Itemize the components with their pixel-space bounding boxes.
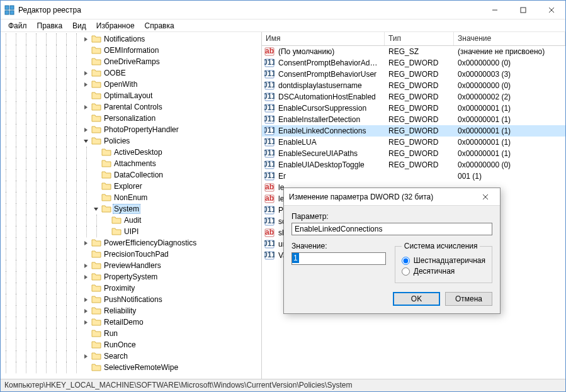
tree-toggle-icon[interactable] bbox=[81, 104, 90, 110]
tree-item[interactable]: PrecisionTouchPad bbox=[1, 249, 261, 260]
tree-item[interactable]: PropertySystem bbox=[1, 271, 261, 283]
tree-item[interactable]: DataCollection bbox=[1, 169, 261, 181]
tree-item[interactable]: Attachments bbox=[1, 158, 261, 169]
value-input[interactable]: 1 bbox=[291, 252, 386, 265]
dialog-close-button[interactable] bbox=[476, 189, 495, 205]
tree-item[interactable]: Run bbox=[1, 328, 261, 339]
tree-item[interactable]: Parental Controls bbox=[1, 101, 261, 113]
radix-dec-radio[interactable] bbox=[402, 267, 410, 276]
value-name: ConsentPromptBehaviorUser bbox=[275, 70, 385, 79]
tree-item[interactable]: Notifications bbox=[1, 33, 261, 45]
tree-toggle-icon[interactable] bbox=[81, 70, 90, 76]
tree-item[interactable]: RetailDemo bbox=[1, 316, 261, 328]
list-row[interactable]: 011EnableInstallerDetectionREG_DWORD0x00… bbox=[262, 114, 565, 125]
menu-view[interactable]: Вид bbox=[67, 20, 91, 31]
close-button[interactable] bbox=[537, 1, 565, 19]
svg-text:011: 011 bbox=[264, 81, 275, 89]
tree-item[interactable]: OneDriveRamps bbox=[1, 56, 261, 67]
dialog-title: Изменение параметра DWORD (32 бита) bbox=[289, 193, 476, 201]
tree-toggle-icon[interactable] bbox=[81, 138, 90, 144]
tree-item[interactable]: ActiveDesktop bbox=[1, 147, 261, 158]
menubar: Файл Правка Вид Избранное Справка bbox=[1, 20, 565, 32]
menu-help[interactable]: Справка bbox=[140, 20, 179, 31]
list-row[interactable]: ab(По умолчанию)REG_SZ(значение не присв… bbox=[262, 46, 565, 57]
tree-item-label: OEMInformation bbox=[103, 46, 160, 55]
radix-hex-label: Шестнадцатеричная bbox=[414, 256, 485, 265]
list-row[interactable]: 011EnableLUAREG_DWORD0x00000001 (1) bbox=[262, 137, 565, 148]
tree-item-label: NonEnum bbox=[113, 193, 149, 202]
tree-toggle-icon[interactable] bbox=[81, 82, 90, 87]
tree-pane[interactable]: NotificationsOEMInformationOneDriveRamps… bbox=[1, 32, 262, 379]
tree-toggle-icon[interactable] bbox=[81, 36, 90, 42]
tree-item[interactable]: RunOnce bbox=[1, 339, 261, 350]
tree-toggle-icon[interactable] bbox=[81, 127, 90, 133]
column-value[interactable]: Значение bbox=[454, 32, 565, 45]
tree-item-label: Audit bbox=[123, 216, 142, 225]
cancel-button[interactable]: Отмена bbox=[445, 292, 492, 306]
tree-item[interactable]: SelectiveRemoteWipe bbox=[1, 362, 261, 373]
list-row[interactable]: 011dontdisplaylastusernameREG_DWORD0x000… bbox=[262, 80, 565, 91]
tree-item[interactable]: OptimalLayout bbox=[1, 90, 261, 101]
dialog-titlebar[interactable]: Изменение параметра DWORD (32 бита) bbox=[284, 188, 500, 206]
svg-text:011: 011 bbox=[264, 171, 275, 180]
tree-item[interactable]: Audit bbox=[1, 215, 261, 226]
tree-item[interactable]: NonEnum bbox=[1, 192, 261, 203]
tree-item[interactable]: Personalization bbox=[1, 113, 261, 124]
menu-favorites[interactable]: Избранное bbox=[91, 20, 140, 31]
menu-edit[interactable]: Правка bbox=[32, 20, 68, 31]
tree-item[interactable]: Proximity bbox=[1, 283, 261, 294]
radix-hex-row[interactable]: Шестнадцатеричная bbox=[402, 256, 485, 265]
tree-item[interactable]: OOBE bbox=[1, 67, 261, 79]
tree-toggle-icon[interactable] bbox=[81, 354, 90, 359]
param-input[interactable] bbox=[291, 223, 492, 235]
svg-text:011: 011 bbox=[264, 148, 275, 157]
tree-item[interactable]: PushNotifications bbox=[1, 294, 261, 305]
tree-item[interactable]: OEMInformation bbox=[1, 45, 261, 56]
tree-toggle-icon[interactable] bbox=[81, 274, 90, 280]
tree-item-label: OneDriveRamps bbox=[103, 57, 161, 66]
tree-item[interactable]: System bbox=[1, 203, 261, 215]
tree-item[interactable]: Search bbox=[1, 350, 261, 362]
tree-item[interactable]: UIPI bbox=[1, 226, 261, 237]
list-row[interactable]: 011ConsentPromptBehaviorAdminREG_DWORD0x… bbox=[262, 57, 565, 69]
minimize-button[interactable] bbox=[480, 1, 509, 19]
list-row[interactable]: 011EnableUIADesktopToggleREG_DWORD0x0000… bbox=[262, 159, 565, 171]
radix-hex-radio[interactable] bbox=[402, 257, 410, 265]
value-name: EnableLUA bbox=[275, 138, 385, 147]
radix-dec-row[interactable]: Десятичная bbox=[402, 267, 485, 276]
list-row[interactable]: 011DSCAutomationHostEnabledREG_DWORD0x00… bbox=[262, 91, 565, 103]
tree-item[interactable]: Policies bbox=[1, 135, 261, 147]
tree-item-label: Reliability bbox=[103, 306, 137, 315]
value-name: EnableLinkedConnections bbox=[275, 126, 385, 135]
tree-toggle-icon[interactable] bbox=[91, 206, 100, 212]
tree-item[interactable]: PhotoPropertyHandler bbox=[1, 124, 261, 135]
tree-item-label: PhotoPropertyHandler bbox=[103, 125, 180, 134]
column-type[interactable]: Тип bbox=[385, 32, 454, 45]
list-row[interactable]: 011EnableSecureUIAPathsREG_DWORD0x000000… bbox=[262, 148, 565, 159]
tree-toggle-icon[interactable] bbox=[81, 297, 90, 303]
tree-item[interactable]: PowerEfficiencyDiagnostics bbox=[1, 237, 261, 249]
maximize-button[interactable] bbox=[509, 1, 537, 19]
tree-item[interactable]: Reliability bbox=[1, 305, 261, 316]
svg-rect-3 bbox=[10, 11, 14, 14]
tree-item[interactable]: PreviewHandlers bbox=[1, 260, 261, 271]
list-row[interactable]: 011ConsentPromptBehaviorUserREG_DWORD0x0… bbox=[262, 69, 565, 80]
list-row[interactable]: 011Er001 (1) bbox=[262, 171, 565, 182]
tree-toggle-icon[interactable] bbox=[81, 320, 90, 325]
value-type: REG_DWORD bbox=[385, 81, 454, 90]
menu-file[interactable]: Файл bbox=[3, 20, 32, 31]
svg-text:ab: ab bbox=[265, 194, 274, 203]
svg-rect-1 bbox=[10, 6, 14, 9]
svg-text:011: 011 bbox=[264, 103, 275, 112]
tree-toggle-icon[interactable] bbox=[81, 240, 90, 246]
tree-toggle-icon[interactable] bbox=[81, 263, 90, 269]
list-row[interactable]: 011EnableCursorSuppressionREG_DWORD0x000… bbox=[262, 103, 565, 114]
column-name[interactable]: Имя bbox=[262, 32, 385, 45]
list-row[interactable]: 011EnableLinkedConnectionsREG_DWORD0x000… bbox=[262, 125, 565, 137]
tree-toggle-icon[interactable] bbox=[81, 308, 90, 314]
value-type: REG_SZ bbox=[385, 47, 454, 56]
tree-item[interactable]: OpenWith bbox=[1, 79, 261, 90]
tree-item[interactable]: Explorer bbox=[1, 181, 261, 192]
ok-button[interactable]: OK bbox=[393, 292, 440, 306]
tree-item-label: RunOnce bbox=[103, 340, 137, 349]
